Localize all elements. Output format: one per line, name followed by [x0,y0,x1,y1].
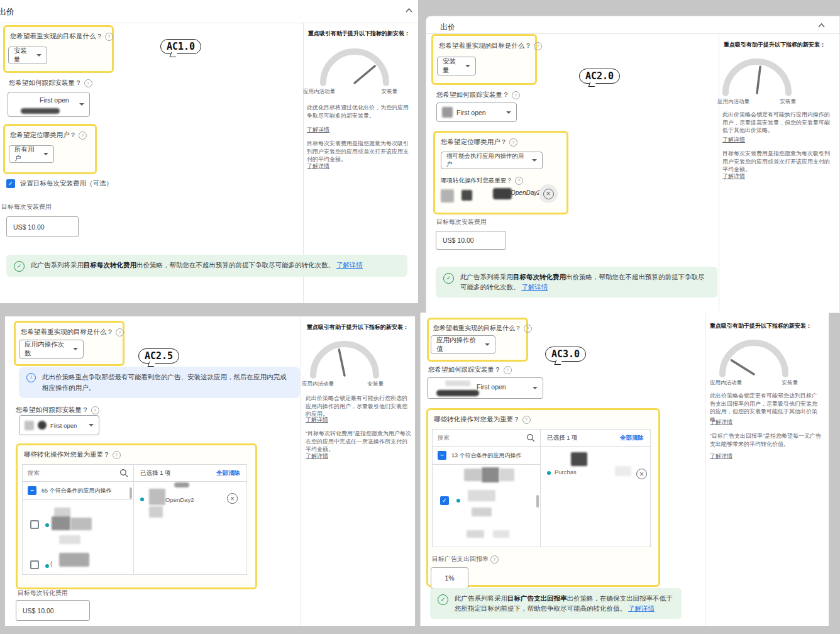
divider [301,316,301,626]
track-question-label: 您希望如何跟踪安装量？? [16,406,99,414]
sidebar-header: 重点吸引有助于提升以下指标的新安装： [710,323,823,330]
redacted-block [493,530,509,538]
help-icon[interactable]: ? [116,328,124,336]
row-checkbox[interactable] [30,520,39,529]
learn-more-link[interactable]: 了解详情 [307,126,329,134]
chevron-down-icon [73,348,78,350]
chevron-down-icon [533,387,538,389]
goal-dropdown[interactable]: 应用内操作价值 [431,335,495,354]
help-icon[interactable]: ? [512,91,520,99]
learn-more-link[interactable]: 了解详情 [306,452,328,460]
learn-more-link[interactable]: 了解详情 [307,162,329,170]
collapse-chevron-icon[interactable] [817,23,826,28]
redacted-block [493,188,512,199]
remove-icon: × [543,189,554,199]
redacted-block [461,190,472,201]
learn-more-link[interactable]: 了解详情 [628,604,655,612]
help-icon[interactable]: ? [524,325,532,333]
learn-more-link[interactable]: 了解详情 [710,418,732,426]
gauge-labels: 应用内活动量安装量 [302,381,384,388]
target-cpi-input[interactable]: US$ 10.00 [6,216,79,237]
clear-all-link[interactable]: 全部清除 [620,434,644,442]
users-dropdown[interactable]: 很可能会执行应用内操作的用户 [441,152,543,169]
help-icon[interactable]: ? [504,366,512,374]
row-checkbox[interactable]: ✓ [440,496,449,505]
check-circle-icon: ✓ [14,261,25,272]
row-checkbox[interactable] [30,560,39,569]
goal-dropdown[interactable]: 应用内操作次数 [19,340,84,359]
help-icon[interactable]: ? [534,42,542,50]
strategy-info-banner: i 此出价策略重点争取那些最有可能看到您的广告、安装这款应用，然后在应用内完成相… [19,367,300,398]
gauge-labels: 应用内活动量安装量 [710,379,798,387]
remove-icon[interactable]: × [636,469,647,479]
picker-search[interactable]: 搜索 [433,430,540,447]
users-action-highlight: 您希望定位哪类用户？? 很可能会执行应用内操作的用户 哪项转化操作对您最重要？?… [433,131,568,214]
status-dot [45,523,49,527]
track-dropdown[interactable]: First open [19,415,99,435]
track-question-label: 您希望如何跟踪安装量？? [428,365,512,374]
remove-icon[interactable]: × [227,493,238,504]
target-cpi-checkbox[interactable]: ✓ [6,179,15,188]
learn-more-link[interactable]: 了解详情 [521,283,548,291]
select-all-checkbox[interactable]: – [438,451,446,460]
picker-selected-column: 已选择 1 项 全部清除 OpenDay2 × [134,465,246,574]
collapse-chevron-icon[interactable] [405,8,413,13]
goal-question-label: 您希望着重实现的目标是什么？? [439,42,535,50]
help-icon[interactable]: ? [490,555,499,564]
select-all-checkbox[interactable]: – [28,486,36,495]
sidebar-paragraph: 此优化目标将通过优化出价，为您的应用争取尽可能多的新安装量。 [307,104,414,120]
banner-text: 此出价策略重点争取那些最有可能看到您的广告、安装这款应用，然后在应用内完成相应操… [42,372,292,393]
picker-search[interactable]: 搜索 [23,465,133,482]
target-roas-input[interactable]: 1% [431,567,468,589]
bidding-panel-ac30: AC3.0 您希望着重实现的目标是什么？? 应用内操作价值 您希望如何跟踪安装量… [420,313,829,626]
chevron-down-icon [89,424,94,426]
goal-gauge [718,55,796,97]
help-icon[interactable]: ? [522,416,531,424]
notice-text: 此广告系列将采用目标每次转化费用出价策略，帮助您在不超出预算的前提下争取尽可能多… [460,272,710,292]
help-icon[interactable]: ? [105,33,113,41]
picker-selected-header: 已选择 1 项 全部清除 [134,465,246,482]
track-dropdown[interactable]: First open [436,103,517,122]
users-dropdown[interactable]: 所有用户 [9,145,54,163]
learn-more-link[interactable]: 了解详情 [336,261,363,269]
target-cpa-input[interactable]: US$ 10.00 [16,600,90,621]
redacted-block [70,518,92,530]
help-icon[interactable]: ? [515,177,523,185]
help-icon[interactable]: ? [91,406,99,414]
scrollbar[interactable] [130,487,132,499]
track-dropdown[interactable]: First open [427,377,543,399]
annotation-bubble: AC3.0 [545,347,586,362]
track-question-label: 您希望如何跟踪安装量？? [9,79,92,87]
bid-strategy-notice: ✓ 此广告系列将采用目标广告支出回报率出价策略，在确保支出回报率不低于您所指定目… [430,588,682,619]
redacted-app-icon [25,421,34,430]
help-icon[interactable]: ? [79,131,87,140]
sidebar-paragraph: 此出价策略会锁定最有可能执行您所选的应用内操作的用户，尽量吸引他们安装您的应用。 [306,394,411,418]
annotation-bubble: AC2.0 [579,69,620,84]
learn-more-link[interactable]: 了解详情 [306,416,328,424]
clear-all-link[interactable]: 全部清除 [216,469,240,477]
track-dropdown[interactable]: First open [8,92,90,117]
redacted-app-icon [442,107,453,118]
help-icon[interactable]: ? [113,451,121,459]
chevron-down-icon [43,153,48,155]
learn-more-link[interactable]: 了解详情 [722,172,745,181]
info-icon: i [26,373,36,382]
picker-select-all-row: – 13 个符合条件的应用内操作 [433,447,540,465]
goal-dropdown[interactable]: 安装量 [8,47,47,64]
picker-available-column: 搜索 – 65 个符合条件的应用内操作 ( [23,465,134,574]
chevron-down-icon [506,111,511,114]
redacted-block [468,490,495,501]
scrollbar[interactable] [536,495,539,508]
learn-more-link[interactable]: 了解详情 [722,136,745,144]
sidebar-paragraph: 目标每次安装费用是指您愿意为每次吸引到用户安装您的应用或首次打开该应用支付的平均… [722,150,832,174]
help-icon[interactable]: ? [509,138,517,147]
learn-more-link[interactable]: 了解详情 [710,452,732,460]
target-cpi-input[interactable]: US$ 10.00 [436,231,506,250]
help-icon[interactable]: ? [84,79,92,87]
goal-dropdown[interactable]: 安装量 [437,57,476,75]
sidebar-paragraph: 此出价策略会锁定有可能执行应用内操作的用户，尽量提高安装量，但您的安装量可能低于… [722,111,832,135]
sidebar-paragraph: “目标每次转化费用”是指您愿意为用户每次在您的应用中完成任一所选操作所支付的平均… [306,430,411,453]
redacted-block [445,381,470,386]
remove-action-chip[interactable]: × [539,184,558,203]
sidebar-header: 重点吸引有助于提升以下指标的新安装： [308,30,414,38]
